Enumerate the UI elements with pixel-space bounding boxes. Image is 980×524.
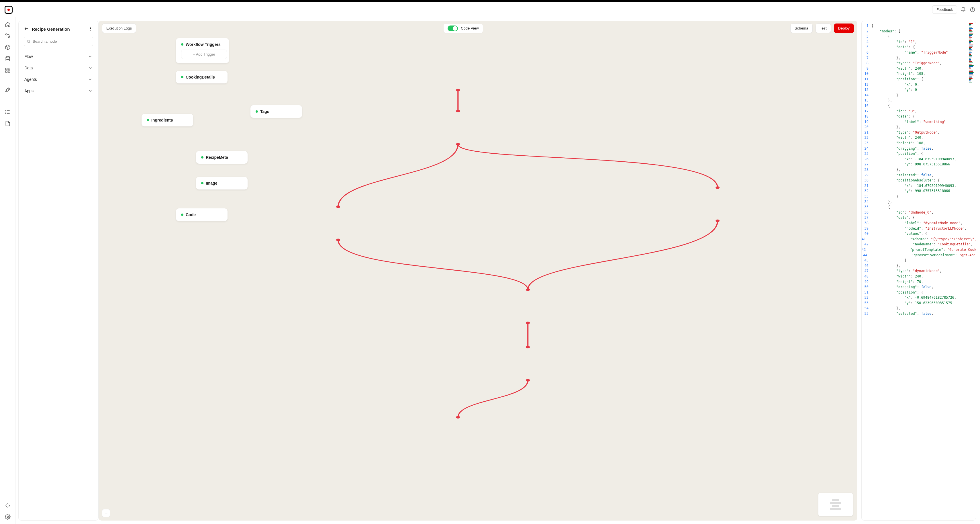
help-icon[interactable]	[970, 7, 975, 13]
bell-icon[interactable]	[961, 7, 966, 13]
code-line: 3 {	[862, 34, 976, 39]
chevron-down-icon	[88, 66, 92, 70]
deploy-button[interactable]: Deploy	[834, 24, 854, 33]
svg-point-14	[5, 112, 6, 112]
node-ingredients[interactable]: Ingredients	[142, 114, 193, 126]
code-line: 42 "nodeName": "CookingDetails",	[862, 242, 976, 247]
code-line: 53 "y": 150.62396509351575	[862, 300, 976, 306]
code-line: 31 "x": -184.67939199940093,	[862, 183, 976, 189]
svg-point-24	[336, 205, 340, 208]
code-line: 8 "type": "TriggerNode",	[862, 61, 976, 66]
code-editor[interactable]: 1{2 "nodes": [3 {4 "id": "1",5 "data": {…	[862, 23, 976, 518]
search-icon	[27, 40, 31, 43]
code-line: 20 },	[862, 124, 976, 130]
code-panel: 1{2 "nodes": [3 {4 "id": "1",5 "data": {…	[861, 21, 976, 521]
code-line: 26 "x": -184.67939199940093,	[862, 156, 976, 162]
category-label: Agents	[24, 77, 37, 82]
zoom-in-button[interactable]: +	[102, 509, 110, 517]
schema-button[interactable]: Schema	[790, 24, 813, 33]
gear-icon[interactable]	[5, 514, 11, 520]
svg-point-3	[8, 37, 10, 38]
category-apps[interactable]: Apps	[24, 85, 93, 97]
node-cooking-details[interactable]: CookingDetails	[176, 71, 228, 83]
code-line: 32 "y": 998.0757315518866	[862, 188, 976, 194]
code-line: 33 }	[862, 194, 976, 199]
code-line: 54 },	[862, 306, 976, 311]
status-dot	[181, 213, 183, 216]
code-line: 17 "id": "3",	[862, 108, 976, 114]
search-input[interactable]	[24, 37, 93, 46]
app-header: Feedback	[0, 2, 980, 17]
category-agents[interactable]: Agents	[24, 74, 93, 85]
status-dot	[181, 43, 183, 46]
node-tags[interactable]: Tags	[250, 105, 302, 118]
node-title: RecipeMeta	[206, 155, 228, 160]
code-line: 29 "selected": false,	[862, 172, 976, 178]
back-button[interactable]	[24, 26, 29, 32]
code-view-label: Code View	[461, 26, 479, 30]
list-icon[interactable]	[5, 109, 11, 115]
svg-point-15	[5, 113, 6, 114]
code-view-toggle[interactable]	[448, 25, 458, 31]
code-minimap[interactable]	[969, 23, 975, 83]
app-logo[interactable]	[5, 6, 13, 14]
widgets-icon[interactable]	[5, 67, 11, 73]
chevron-down-icon	[88, 89, 92, 93]
code-line: 44 "generativeModelName": "gpt-4o"	[862, 253, 976, 258]
sparkle-icon[interactable]	[5, 502, 11, 508]
status-dot	[147, 119, 149, 121]
node-title: Image	[206, 181, 217, 185]
category-flow[interactable]: Flow	[24, 51, 93, 62]
code-line: 41 "schema": "{\"type\":\"object\",	[862, 236, 976, 242]
node-title: Ingredients	[151, 118, 173, 123]
svg-rect-6	[8, 68, 10, 70]
code-line: 28 },	[862, 167, 976, 172]
workflow-icon[interactable]	[5, 33, 11, 39]
feedback-button[interactable]: Feedback	[932, 5, 957, 14]
svg-point-21	[456, 89, 460, 91]
nav-rail	[0, 17, 16, 524]
cube-icon[interactable]	[5, 44, 11, 51]
category-data[interactable]: Data	[24, 62, 93, 74]
more-icon[interactable]	[88, 26, 93, 32]
code-line: 40 "values": {	[862, 231, 976, 236]
svg-point-18	[90, 29, 91, 29]
code-line: 39 "nodeId": "InstructorLLMNode",	[862, 226, 976, 231]
add-trigger-button[interactable]: + Add Trigger	[181, 49, 227, 59]
node-recipe-meta[interactable]: RecipeMeta	[196, 151, 248, 164]
file-icon[interactable]	[5, 120, 11, 127]
node-workflow-triggers[interactable]: Workflow Triggers + Add Trigger	[176, 38, 229, 63]
code-line: 1{	[862, 23, 976, 29]
svg-point-25	[716, 186, 719, 189]
status-dot	[181, 76, 183, 78]
svg-point-29	[526, 322, 530, 324]
svg-point-31	[526, 379, 530, 382]
code-line: 38 "label": "dynamicNode node",	[862, 220, 976, 226]
node-image[interactable]: Image	[196, 177, 248, 190]
code-line: 52 "x": -0.6948476182785726,	[862, 295, 976, 300]
node-code[interactable]: Code	[176, 209, 228, 221]
code-line: 23 "height": 108,	[862, 140, 976, 146]
execution-logs-button[interactable]: Execution Logs	[102, 24, 136, 33]
database-icon[interactable]	[5, 56, 11, 62]
test-button[interactable]: Test	[816, 24, 831, 33]
code-line: 14 }	[862, 92, 976, 98]
code-line: 37 "data": {	[862, 215, 976, 220]
code-line: 21 "type": "OutputNode",	[862, 130, 976, 135]
node-title: Tags	[260, 109, 269, 114]
category-label: Data	[24, 66, 33, 70]
svg-rect-5	[5, 68, 7, 70]
svg-point-30	[526, 346, 530, 348]
rocket-icon[interactable]	[5, 86, 11, 93]
home-icon[interactable]	[5, 21, 11, 27]
minimap[interactable]	[818, 493, 853, 516]
status-dot	[256, 110, 258, 113]
svg-point-20	[27, 40, 30, 42]
code-line: 30 "positionAbsolute": {	[862, 178, 976, 183]
svg-point-2	[5, 34, 7, 35]
window-top-bar	[0, 0, 980, 2]
svg-point-26	[336, 239, 340, 241]
code-line: 18 "data": {	[862, 114, 976, 119]
category-label: Apps	[24, 89, 33, 93]
flow-canvas[interactable]: Workflow Triggers + Add Trigger CookingD…	[99, 36, 858, 521]
